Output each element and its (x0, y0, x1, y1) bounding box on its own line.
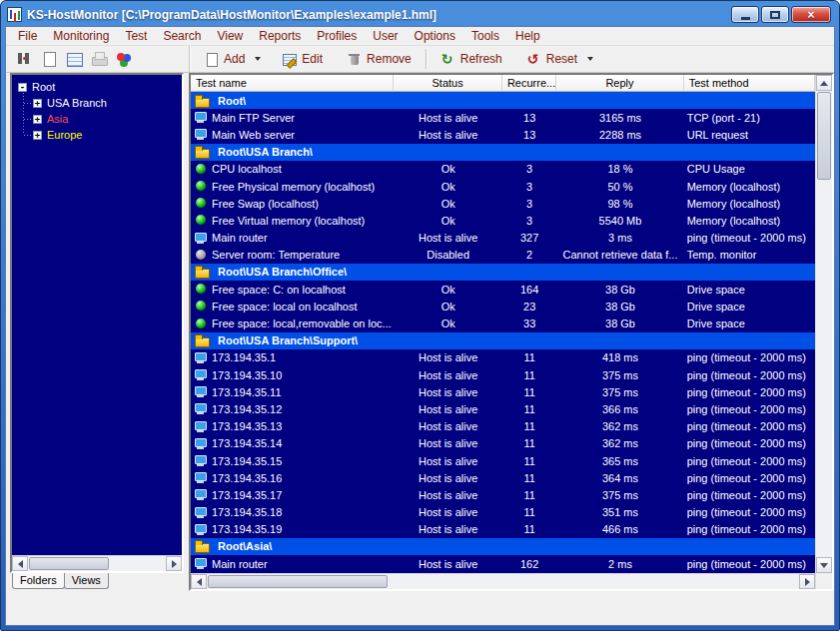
remove-button[interactable]: Remove (341, 48, 418, 70)
menu-item-tools[interactable]: Tools (463, 27, 507, 45)
test-row[interactable]: Free Virtual memory (localhost)Ok35540 M… (191, 212, 815, 229)
test-row[interactable]: 173.194.35.13Host is alive11362 msping (… (191, 418, 815, 435)
test-list-grid-icon[interactable] (65, 50, 83, 68)
menu-item-search[interactable]: Search (155, 27, 209, 45)
test-row[interactable]: Main FTP ServerHost is alive133165 msTCP… (191, 109, 815, 126)
column-header-reply[interactable]: Reply (556, 75, 683, 92)
test-row[interactable]: 173.194.35.16Host is alive11364 msping (… (191, 469, 815, 486)
menu-item-view[interactable]: View (209, 27, 251, 45)
test-row[interactable]: Free Physical memory (localhost)Ok350 %M… (191, 178, 815, 195)
test-row[interactable]: 173.194.35.14Host is alive11362 msping (… (191, 435, 815, 452)
scroll-thumb[interactable] (29, 557, 109, 570)
menu-item-file[interactable]: File (10, 27, 45, 45)
tree-item-europe[interactable]: +Europe (12, 127, 182, 143)
group-row[interactable]: Root\Asia\ (191, 538, 815, 555)
reset-button[interactable]: Reset (520, 48, 583, 70)
test-status: Host is alive (394, 369, 502, 381)
folder-icon (195, 95, 210, 107)
tree-expander-icon[interactable]: + (33, 99, 42, 108)
group-row[interactable]: Root\USA Branch\Office\ (191, 264, 815, 281)
edit-button[interactable]: Edit (276, 48, 329, 70)
tree-item-root[interactable]: -Root (12, 79, 182, 95)
test-row[interactable]: Server room: TemperatureDisabled2Cannot … (191, 247, 815, 264)
test-row[interactable]: Main routerHost is alive3273 msping (tim… (191, 230, 815, 247)
tree-item-usa-branch[interactable]: +USA Branch (12, 95, 182, 111)
test-row[interactable]: 173.194.35.15Host is alive11365 msping (… (191, 452, 815, 469)
tree-expander-icon[interactable]: + (33, 115, 42, 124)
minimize-button[interactable] (731, 6, 759, 23)
add-button[interactable]: Add (198, 48, 251, 70)
menu-item-help[interactable]: Help (507, 27, 548, 45)
test-recurrences: 11 (502, 455, 556, 467)
tree-expander-icon[interactable]: - (18, 83, 27, 92)
menu-item-test[interactable]: Test (117, 27, 155, 45)
test-row[interactable]: Free space: local,removable on loc...Ok3… (191, 315, 815, 331)
menu-item-monitoring[interactable]: Monitoring (45, 27, 117, 45)
add-page-icon (204, 52, 219, 67)
tree-horizontal-scrollbar[interactable] (12, 555, 182, 571)
test-row[interactable]: 173.194.35.17Host is alive11375 msping (… (191, 486, 815, 503)
test-row[interactable]: 173.194.35.18Host is alive11351 msping (… (191, 504, 815, 521)
test-row[interactable]: CPU localhostOk318 %CPU Usage (191, 161, 815, 178)
test-row[interactable]: 173.194.35.19Host is alive11466 msping (… (191, 521, 815, 538)
column-header-recurre[interactable]: Recurre... (502, 75, 556, 92)
scroll-track[interactable] (207, 574, 799, 589)
reset-icon (526, 52, 541, 67)
computer-icon (195, 402, 208, 415)
test-row[interactable]: 173.194.35.10Host is alive11375 msping (… (191, 366, 815, 383)
test-name-cell: Free space: local,removable on loc... (191, 317, 394, 330)
group-row[interactable]: Root\USA Branch\ (191, 144, 815, 161)
test-recurrences: 162 (502, 558, 556, 570)
test-method: ping (timeout - 2000 ms) (684, 455, 815, 467)
color-palette-icon[interactable] (115, 50, 133, 68)
scroll-right-button[interactable] (799, 574, 815, 589)
scroll-up-button[interactable] (816, 75, 832, 91)
menu-item-reports[interactable]: Reports (251, 27, 309, 45)
test-status: Host is alive (394, 523, 502, 535)
scroll-thumb[interactable] (817, 92, 831, 180)
table-vertical-scrollbar[interactable] (815, 75, 832, 589)
computer-icon (195, 351, 208, 364)
column-header-status[interactable]: Status (394, 75, 502, 92)
menu-item-options[interactable]: Options (407, 27, 463, 45)
table-horizontal-scrollbar[interactable] (191, 573, 815, 589)
scroll-thumb[interactable] (208, 575, 388, 588)
group-row[interactable]: Root\ (191, 92, 815, 109)
close-button[interactable]: × (791, 6, 831, 23)
scroll-down-button[interactable] (816, 557, 832, 573)
menu-item-user[interactable]: User (365, 27, 406, 45)
test-row[interactable]: 173.194.35.1Host is alive11418 msping (t… (191, 349, 815, 366)
refresh-button[interactable]: Refresh (434, 48, 508, 70)
new-test-list-icon[interactable] (40, 50, 58, 68)
tree-item-asia[interactable]: +Asia (12, 111, 182, 127)
test-row[interactable]: Free Swap (localhost)Ok398 %Memory (loca… (191, 195, 815, 212)
monitoring-toggle-icon[interactable] (15, 50, 33, 68)
tab-views[interactable]: Views (64, 573, 109, 589)
titlebar[interactable]: KS-HostMonitor [C:\ProgramData\HostMonit… (5, 1, 835, 26)
test-row[interactable]: Free space: local on localhostOk2338 GbD… (191, 298, 815, 315)
window-title: KS-HostMonitor [C:\ProgramData\HostMonit… (27, 8, 726, 22)
group-name: Root\Asia\ (218, 540, 272, 552)
test-row[interactable]: Main routerHost is alive1622 msping (tim… (191, 555, 815, 572)
add-dropdown-button[interactable] (251, 48, 264, 70)
scroll-track[interactable] (28, 556, 166, 571)
group-name: Root\USA Branch\Support\ (218, 334, 358, 346)
scroll-right-button[interactable] (166, 556, 182, 571)
test-row[interactable]: 173.194.35.11Host is alive11375 msping (… (191, 383, 815, 400)
maximize-button[interactable] (761, 6, 789, 23)
column-header-test-method[interactable]: Test method (684, 75, 815, 92)
test-row[interactable]: Free space: C: on localhostOk16438 GbDri… (191, 281, 815, 298)
column-header-test-name[interactable]: Test name (191, 75, 394, 92)
tab-folders[interactable]: Folders (12, 573, 65, 589)
test-row[interactable]: Main Web serverHost is alive132288 msURL… (191, 126, 815, 143)
group-row[interactable]: Root\USA Branch\Support\ (191, 332, 815, 349)
minimize-icon (741, 17, 750, 20)
test-name-cell: Free space: local on localhost (191, 300, 394, 313)
menu-item-profiles[interactable]: Profiles (309, 27, 365, 45)
reset-dropdown-button[interactable] (583, 48, 596, 70)
tree-expander-icon[interactable]: + (33, 131, 42, 140)
test-row[interactable]: 173.194.35.12Host is alive11366 msping (… (191, 400, 815, 417)
scroll-left-button[interactable] (12, 556, 28, 571)
scroll-track[interactable] (816, 91, 832, 557)
scroll-left-button[interactable] (191, 574, 207, 589)
